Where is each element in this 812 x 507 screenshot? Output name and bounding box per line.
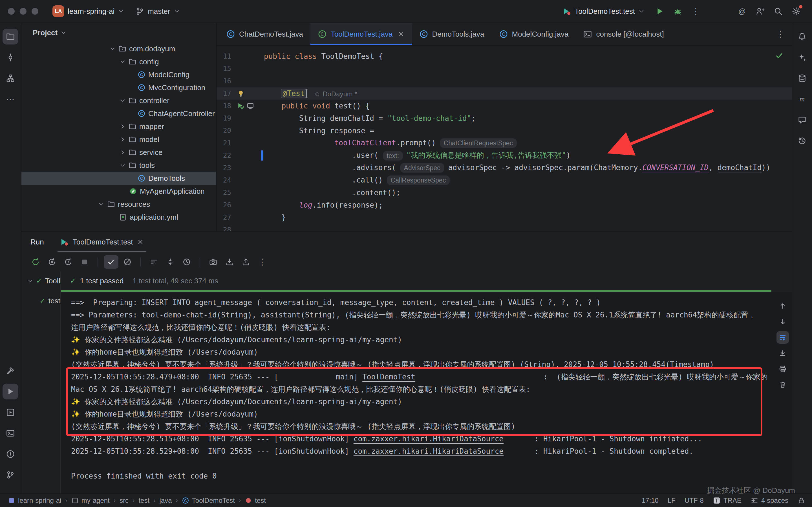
test-tree-child[interactable]: ✓ test() <box>21 295 60 307</box>
database-icon <box>798 74 807 83</box>
tree-item-MvcConfiguration[interactable]: CMvcConfiguration <box>21 81 216 94</box>
sort-button[interactable] <box>147 255 161 269</box>
collapse-button[interactable] <box>163 255 177 269</box>
debug-icon <box>673 7 682 16</box>
history-tool-button[interactable] <box>794 133 810 149</box>
status-widget-lock[interactable] <box>797 497 805 504</box>
tree-item-model[interactable]: model <box>21 133 216 146</box>
breadcrumb-item-java[interactable]: java <box>159 497 172 504</box>
tab-ChatDemoTest.java[interactable]: CChatDemoTest.java <box>219 23 310 45</box>
code-token: "tool-demo-chat-id" <box>388 114 471 122</box>
breadcrumb-item-ToolDemoTest[interactable]: CToolDemoTest <box>182 497 235 504</box>
more-horizontal-tool-button[interactable]: ⋯ <box>3 91 18 107</box>
breadcrumb-item-src[interactable]: src <box>119 497 129 504</box>
print-button[interactable] <box>776 363 789 375</box>
status-widget-4 spaces[interactable]: 4 spaces <box>751 497 788 504</box>
breadcrumb-item-learn-spring-ai[interactable]: learn-spring-ai <box>8 497 61 504</box>
services-tool-button[interactable] <box>3 404 18 420</box>
minimize-window-button[interactable] <box>20 8 27 15</box>
code-editor[interactable]: 11public class ToolDemoTest {151617@Test… <box>216 46 792 231</box>
zoom-window-button[interactable] <box>32 8 38 15</box>
stop-button[interactable] <box>77 255 92 269</box>
tab-ModelConfig.java[interactable]: CModelConfig.java <box>492 23 576 45</box>
status-widget-LF[interactable]: LF <box>668 497 675 504</box>
structure-tool-button[interactable] <box>3 70 18 86</box>
scroll-up-button[interactable] <box>776 300 789 312</box>
run-config-selector[interactable]: ToolDemoTest.test <box>558 4 649 18</box>
status-widget-UTF-8[interactable]: UTF-8 <box>684 497 704 504</box>
debug-button[interactable] <box>670 3 686 19</box>
tree-item-controller[interactable]: controller <box>21 94 216 107</box>
clear-console-button[interactable] <box>776 379 789 391</box>
run-tab[interactable]: ToolDemoTest.test <box>57 231 146 252</box>
breadcrumb-item-test[interactable]: test <box>139 497 149 504</box>
add-user-button[interactable] <box>752 3 768 19</box>
tree-item-service[interactable]: service <box>21 146 216 159</box>
tree-item-DemoTools[interactable]: CDemoTools <box>21 172 216 185</box>
console-link[interactable]: com.zaxxer.hikari.HikariDataSource <box>354 447 504 455</box>
tree-item-config[interactable]: config <box>21 55 216 68</box>
terminal-tool-button[interactable] <box>3 425 18 441</box>
at-button[interactable]: @ <box>734 3 750 19</box>
test-tree-root[interactable]: ✓ ToolDemoTest <box>21 272 60 290</box>
maven-tool-button[interactable]: m <box>794 91 810 107</box>
console-link[interactable]: com.zaxxer.hikari.HikariDataSource <box>354 435 504 443</box>
status-widget-TRAE[interactable]: TRAE <box>713 497 742 504</box>
tab-console [@localhost][interactable]: console [@localhost] <box>576 23 671 45</box>
commit-tool-button[interactable] <box>3 50 18 65</box>
show-ignored-button[interactable] <box>120 255 135 269</box>
run-test-icon[interactable] <box>237 102 245 110</box>
breadcrumb-item-my-agent[interactable]: my-agent <box>71 497 110 504</box>
settings-gear-button[interactable] <box>788 3 804 19</box>
tabs-options[interactable]: ⋮ <box>776 23 792 45</box>
tree-item-ModelConfig[interactable]: CModelConfig <box>21 68 216 81</box>
run-console[interactable]: ==> Preparing: INSERT INTO agent_message… <box>61 292 792 494</box>
close-window-button[interactable] <box>8 8 15 15</box>
soft-wrap-button[interactable] <box>776 331 789 344</box>
close-run-tab-button[interactable] <box>137 238 144 245</box>
auto-test-button[interactable] <box>61 255 75 269</box>
project-panel-header[interactable]: Project <box>21 23 216 42</box>
test-history-button[interactable] <box>206 255 220 269</box>
console-link[interactable]: 2025-12-05 10:55:28.454(Timestamp) <box>564 360 714 369</box>
tree-item-application.yml[interactable]: application.yml <box>21 211 216 224</box>
scroll-down-button[interactable] <box>776 316 789 328</box>
more-vertical-button[interactable]: ⋮ <box>255 255 269 269</box>
duration-button[interactable] <box>179 255 194 269</box>
run-tab-label: ToolDemoTest.test <box>73 238 133 246</box>
comments-tool-button[interactable] <box>794 112 810 128</box>
ai-assistant-tool-button[interactable] <box>794 50 810 65</box>
notifications-bell-tool-button[interactable] <box>794 29 810 45</box>
close-tab-button[interactable] <box>398 31 405 38</box>
inspections-widget[interactable] <box>775 51 784 60</box>
database-tool-button[interactable] <box>794 70 810 86</box>
console-link[interactable]: ToolDemoTest <box>362 373 415 381</box>
breadcrumb-item-test[interactable]: test <box>245 497 266 504</box>
tree-item-MyAgentApplication[interactable]: MyAgentApplication <box>21 185 216 198</box>
scroll-to-end-button[interactable] <box>776 347 789 359</box>
git-branch-tool-button[interactable] <box>3 467 18 483</box>
search-button[interactable] <box>770 3 786 19</box>
branch-selector[interactable]: master <box>132 4 184 18</box>
more-vertical-button[interactable]: ⋮ <box>688 3 704 19</box>
run-tool-button[interactable] <box>3 384 18 399</box>
problems-tool-button[interactable] <box>3 446 18 462</box>
project-folder-tool-button[interactable] <box>3 29 18 45</box>
tree-item-mapper[interactable]: mapper <box>21 120 216 133</box>
tree-item-resources[interactable]: resources <box>21 198 216 211</box>
tree-item-ChatAgentController[interactable]: CChatAgentController <box>21 107 216 120</box>
status-widget-17:10[interactable]: 17:10 <box>642 497 659 504</box>
import-results-button[interactable] <box>222 255 237 269</box>
play-button[interactable] <box>652 3 668 19</box>
tab-DemoTools.java[interactable]: CDemoTools.java <box>412 23 492 45</box>
tab-ToolDemoTest.java[interactable]: CToolDemoTest.java <box>310 23 412 45</box>
rerun-button[interactable] <box>28 255 43 269</box>
show-passed-button[interactable] <box>104 255 118 269</box>
export-results-button[interactable] <box>239 255 253 269</box>
project-selector[interactable]: LA learn-spring-ai <box>49 3 128 19</box>
tree-item-com.dodayum[interactable]: com.dodayum <box>21 42 216 55</box>
bulb-icon[interactable] <box>237 90 245 98</box>
build-tool-button[interactable] <box>3 363 18 379</box>
rerun-failed-button[interactable] <box>45 255 59 269</box>
tree-item-tools[interactable]: tools <box>21 159 216 172</box>
